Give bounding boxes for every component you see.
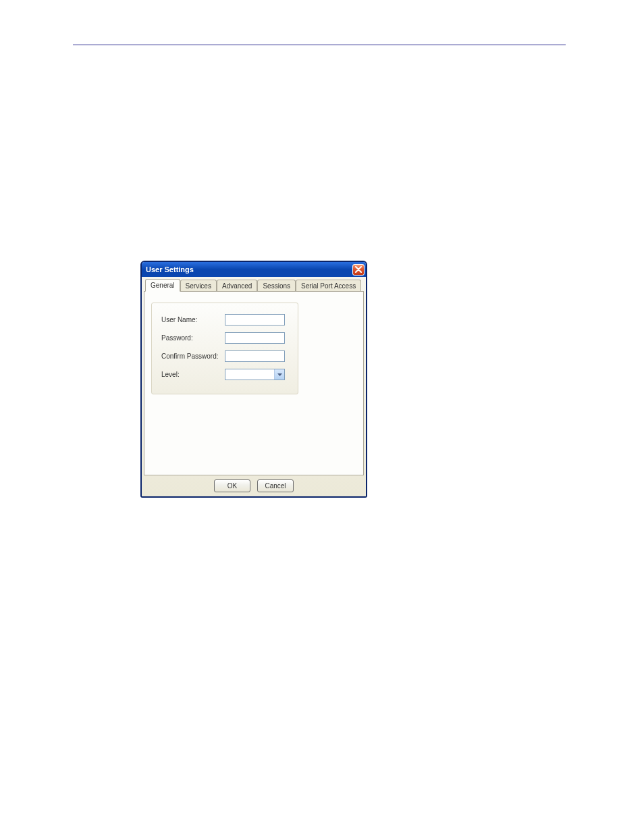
tab-label: Serial Port Access — [301, 282, 356, 290]
titlebar[interactable]: User Settings — [142, 262, 366, 277]
button-label: OK — [227, 482, 237, 490]
tab-content-general: User Name: Password: Confirm Password: L… — [144, 292, 364, 475]
level-select[interactable] — [225, 369, 285, 380]
confirm-password-label: Confirm Password: — [161, 353, 225, 360]
chevron-down-icon — [277, 373, 282, 376]
tab-label: Services — [186, 282, 211, 290]
tab-general[interactable]: General — [145, 279, 180, 292]
tab-label: Sessions — [263, 282, 290, 290]
row-level: Level: — [161, 369, 288, 380]
close-button[interactable] — [352, 264, 365, 276]
tab-services[interactable]: Services — [180, 280, 217, 291]
tab-serial-port-access[interactable]: Serial Port Access — [296, 280, 361, 291]
password-label: Password: — [161, 334, 225, 342]
password-field[interactable] — [225, 332, 285, 344]
level-select-value — [225, 369, 274, 380]
confirm-password-field[interactable] — [225, 350, 285, 362]
level-select-button[interactable] — [274, 369, 284, 380]
user-name-label: User Name: — [161, 316, 225, 323]
row-confirm-password: Confirm Password: — [161, 350, 288, 362]
button-label: Cancel — [265, 482, 286, 490]
cancel-button[interactable]: Cancel — [257, 479, 294, 492]
tabstrip: General Services Advanced Sessions Seria… — [144, 280, 364, 292]
tab-label: General — [151, 282, 175, 289]
tab-label: Advanced — [222, 282, 252, 290]
level-label: Level: — [161, 371, 225, 378]
tab-advanced[interactable]: Advanced — [217, 280, 257, 291]
ok-button[interactable]: OK — [214, 479, 250, 492]
page-divider — [73, 45, 566, 45]
row-password: Password: — [161, 332, 288, 344]
button-bar: OK Cancel — [144, 475, 364, 492]
user-name-field[interactable] — [225, 314, 285, 325]
window-title: User Settings — [146, 265, 194, 273]
row-user-name: User Name: — [161, 314, 288, 325]
user-settings-dialog: User Settings General Services Advanced … — [140, 261, 367, 498]
user-form-group: User Name: Password: Confirm Password: L… — [151, 303, 298, 394]
tab-sessions[interactable]: Sessions — [257, 280, 296, 291]
client-area: General Services Advanced Sessions Seria… — [142, 277, 366, 496]
close-icon — [355, 266, 362, 273]
